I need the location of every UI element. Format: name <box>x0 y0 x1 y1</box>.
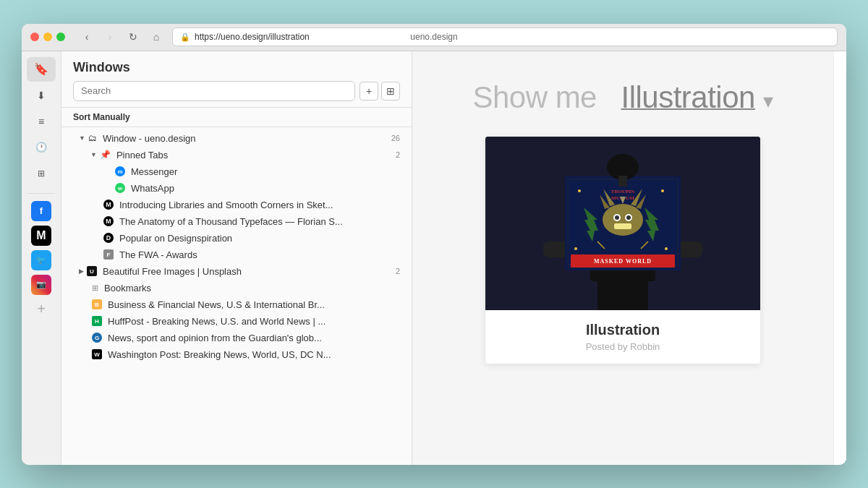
minimize-button[interactable] <box>43 33 52 41</box>
svg-point-13 <box>626 215 631 220</box>
browser-body: 🔖 ⬇ ≡ 🕐 ⊞ f M 🐦 📷 + Windows + ⊞ <box>22 51 846 465</box>
list-item[interactable]: M Introducing Libraries and Smooth Corne… <box>61 197 412 213</box>
sort-bar: Sort Manually <box>61 108 412 127</box>
illustration-svg: TROUPIN MUSEUM <box>485 137 760 310</box>
sidebar-icons: 🔖 ⬇ ≡ 🕐 ⊞ f M 🐦 📷 + <box>22 51 61 465</box>
list-item[interactable]: W Washington Post: Breaking News, World,… <box>61 346 412 363</box>
unsplash-favicon: U <box>87 266 97 276</box>
wapo-favicon: W <box>92 349 102 359</box>
svg-point-9 <box>603 204 643 236</box>
close-button[interactable] <box>30 33 39 41</box>
right-panel-peek <box>833 51 846 465</box>
nav-buttons: ‹ › ↻ ⌂ <box>77 28 166 46</box>
medium-favicon-2: M <box>103 216 114 226</box>
forward-button[interactable]: › <box>100 28 120 46</box>
new-tab-button[interactable]: ⊞ <box>381 82 400 100</box>
svg-text:MASKED WORLD: MASKED WORLD <box>594 258 652 265</box>
back-button[interactable]: ‹ <box>77 28 97 46</box>
heading-main: Illustration <box>621 80 755 114</box>
reload-button[interactable]: ↻ <box>123 28 143 46</box>
svg-rect-33 <box>628 288 642 310</box>
pin-icon: 📌 <box>100 150 111 160</box>
messenger-favicon: m <box>115 166 125 176</box>
svg-point-12 <box>615 215 619 220</box>
card-image: TROUPIN MUSEUM <box>485 137 760 310</box>
card-info: Illustration Posted by Robbin <box>485 310 760 364</box>
svg-rect-31 <box>618 176 627 187</box>
reader-sidebar-btn[interactable]: ≡ <box>27 109 56 134</box>
svg-point-23 <box>665 247 668 250</box>
svg-point-22 <box>574 247 577 250</box>
folder-icon: 🗂 <box>88 133 97 143</box>
url-bar[interactable]: 🔒 https://ueno.design/illustration <box>172 27 838 46</box>
facebook-icon[interactable]: f <box>31 201 51 221</box>
heading-prefix: Show me <box>472 80 597 114</box>
bookmarks-title: Windows <box>73 60 400 75</box>
illustration-card: TROUPIN MUSEUM <box>485 137 760 364</box>
list-item[interactable]: m Messenger <box>61 163 412 180</box>
traffic-lights <box>30 33 65 41</box>
instagram-icon[interactable]: 📷 <box>31 275 51 295</box>
whatsapp-favicon: w <box>115 183 125 193</box>
guardian-favicon: G <box>92 333 102 343</box>
card-subtitle: Posted by Robbin <box>497 341 749 352</box>
bookmarks-panel: Windows + ⊞ Sort Manually 🗂 Window - u <box>61 51 412 465</box>
url-text: https://ueno.design/illustration <box>195 32 830 42</box>
list-item[interactable]: F The FWA - Awards <box>61 247 412 263</box>
list-item[interactable]: H HuffPost - Breaking News, U.S. and Wor… <box>61 313 412 330</box>
tabs-sidebar-btn[interactable]: ⊞ <box>27 161 56 186</box>
list-item[interactable]: G News, sport and opinion from the Guard… <box>61 330 412 346</box>
svg-point-21 <box>661 189 664 192</box>
medium-favicon: M <box>103 200 114 210</box>
bookmarks-header: Windows + ⊞ <box>61 51 412 108</box>
add-window-button[interactable]: + <box>359 82 378 100</box>
main-content: Show me Illustration ▾ <box>412 51 833 465</box>
list-item[interactable]: 📌 Pinned Tabs 2 <box>61 147 412 163</box>
designspiration-favicon: D <box>103 233 114 243</box>
browser-window: ‹ › ↻ ⌂ 🔒 https://ueno.design/illustrati… <box>22 24 846 465</box>
grid-icon: ⊞ <box>92 283 98 293</box>
heading-arrow[interactable]: ▾ <box>763 90 773 112</box>
twitter-icon[interactable]: 🐦 <box>31 250 51 270</box>
download-sidebar-btn[interactable]: ⬇ <box>27 83 56 108</box>
history-sidebar-btn[interactable]: 🕐 <box>27 135 56 160</box>
svg-rect-18 <box>614 223 631 229</box>
chevron-down-icon[interactable] <box>90 151 97 158</box>
business-favicon: B <box>92 299 102 309</box>
card-title: Illustration <box>497 322 749 338</box>
chevron-right-icon[interactable] <box>79 267 84 275</box>
titlebar: ‹ › ↻ ⌂ 🔒 https://ueno.design/illustrati… <box>22 24 846 51</box>
lock-icon: 🔒 <box>180 33 190 42</box>
huffpost-favicon: H <box>92 316 102 326</box>
search-actions: + ⊞ <box>359 82 400 100</box>
search-input[interactable] <box>73 81 355 101</box>
svg-text:TROUPIN: TROUPIN <box>611 189 634 194</box>
list-item[interactable]: ⊞ Bookmarks <box>61 280 412 296</box>
medium-icon[interactable]: M <box>31 226 51 246</box>
bookmarks-list: 🗂 Window - ueno.design 26 📌 Pinned Tabs … <box>61 127 412 465</box>
list-item[interactable]: U Beautiful Free Images | Unsplash 2 <box>61 263 412 280</box>
search-bar: + ⊞ <box>73 81 400 101</box>
chevron-down-icon[interactable] <box>79 134 85 142</box>
list-item[interactable]: M The Anatomy of a Thousand Typefaces — … <box>61 213 412 230</box>
page-heading: Show me Illustration ▾ <box>472 80 773 115</box>
list-item[interactable]: w WhatsApp <box>61 180 412 197</box>
list-item[interactable]: B Business & Financial News, U.S & Inter… <box>61 296 412 313</box>
svg-point-20 <box>578 189 581 192</box>
add-social-button[interactable]: + <box>37 301 46 317</box>
svg-rect-32 <box>603 288 618 310</box>
bookmark-sidebar-btn[interactable]: 🔖 <box>27 57 56 82</box>
list-item[interactable]: 🗂 Window - ueno.design 26 <box>61 130 412 147</box>
list-item[interactable]: D Popular on Designspiration <box>61 230 412 247</box>
maximize-button[interactable] <box>56 33 65 41</box>
fwa-favicon: F <box>103 249 114 260</box>
home-button[interactable]: ⌂ <box>146 28 166 46</box>
domain-label: ueno.design <box>410 32 457 42</box>
